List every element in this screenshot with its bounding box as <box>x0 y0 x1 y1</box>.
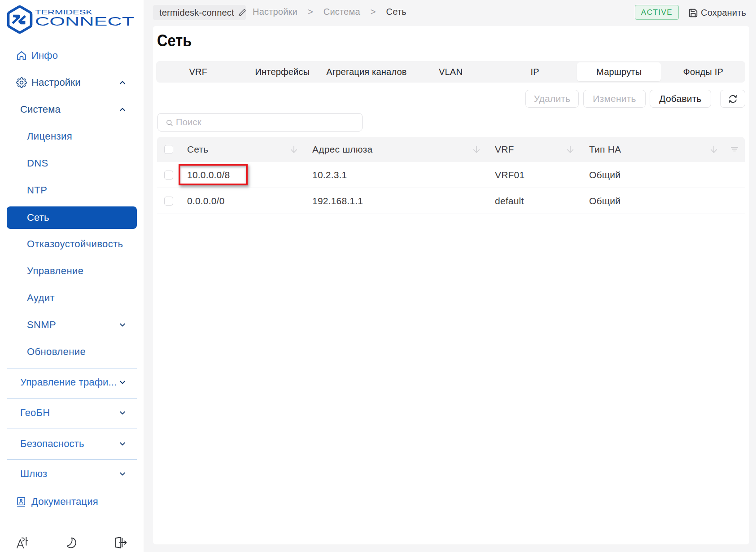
svg-text:CONNECT: CONNECT <box>35 14 134 28</box>
